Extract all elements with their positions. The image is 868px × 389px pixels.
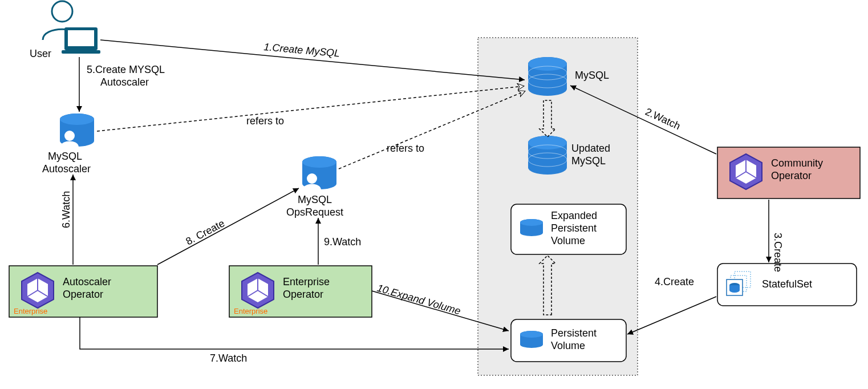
edge-5-label-b: Autoscaler [100, 76, 149, 88]
autoscaler-operator-node: Autoscaler Operator Enterprise [9, 266, 157, 317]
edge-7 [80, 317, 509, 349]
svg-rect-2 [68, 30, 94, 46]
mysql-opsrequest-label-l2: OpsRequest [286, 206, 343, 218]
enterprise-operator-node: Enterprise Operator Enterprise [229, 266, 372, 317]
disk-icon [520, 331, 543, 348]
svg-point-29 [528, 136, 567, 149]
statefulset-node: StatefulSet [717, 264, 857, 306]
edge-refers-1 [97, 86, 524, 131]
statefulset-label: StatefulSet [762, 278, 812, 290]
edge-10-label: 10.Expand Volume [376, 282, 462, 317]
enterprise-tag-1: Enterprise [14, 307, 47, 315]
svg-point-9 [307, 173, 317, 184]
community-operator-label-l2: Operator [771, 170, 812, 181]
svg-point-34 [520, 219, 543, 226]
edge-4-label: 4.Create [655, 276, 694, 287]
svg-point-25 [528, 57, 567, 71]
edge-8-label: 8. Create [184, 217, 226, 247]
expanded-pv-label-l2: Persistent [551, 222, 597, 234]
pv-label-l1: Persistent [551, 327, 597, 339]
updated-mysql-label-l2: MySQL [571, 155, 606, 167]
edge-8 [157, 188, 299, 265]
svg-point-0 [52, 1, 72, 22]
edge-9-label: 9.Watch [324, 236, 361, 248]
mysql-opsrequest-icon [302, 156, 336, 190]
updated-mysql-label-l1: Updated [571, 143, 610, 154]
mysql-opsrequest-label-l1: MySQL [298, 194, 332, 205]
user-icon [43, 1, 100, 54]
enterprise-operator-label-l1: Enterprise [283, 276, 330, 287]
autoscaler-operator-label-l2: Operator [63, 289, 103, 300]
edge-7-label: 7.Watch [210, 352, 247, 364]
mysql-autoscaler-label-l1: MySQL [48, 151, 82, 162]
community-operator-label-l1: Community [771, 157, 823, 169]
edge-5-label-a: 5.Create MYSQL [87, 64, 165, 75]
edge-2-label: 2.Watch [643, 106, 682, 132]
enterprise-tag-2: Enterprise [234, 307, 267, 315]
user-label: User [30, 48, 51, 59]
expanded-pv-label-l1: Expanded [551, 210, 597, 221]
mysql-label: MySQL [575, 70, 609, 81]
edge-4 [627, 297, 716, 334]
edge-refers-2-label: refers to [387, 143, 424, 154]
svg-point-5 [60, 114, 94, 125]
svg-rect-3 [62, 50, 100, 54]
pv-node: Persistent Volume [511, 319, 626, 362]
disk-icon [520, 219, 543, 236]
edge-refers-1-label: refers to [246, 115, 284, 127]
expanded-pv-label-l3: Volume [551, 235, 585, 246]
pv-label-l2: Volume [551, 340, 585, 351]
svg-point-6 [64, 131, 75, 141]
mysql-autoscaler-label-l2: Autoscaler [42, 163, 91, 175]
enterprise-operator-label-l2: Operator [283, 289, 323, 300]
svg-point-8 [302, 156, 336, 168]
edge-3-label: 3.Create [772, 233, 784, 272]
expanded-pv-node: Expanded Persistent Volume [511, 204, 626, 254]
mysql-autoscaler-icon [60, 114, 94, 147]
edge-6-label: 6.Watch [60, 191, 72, 228]
autoscaler-operator-label-l1: Autoscaler [63, 276, 111, 287]
community-operator-node: Community Operator [717, 147, 860, 198]
svg-point-37 [520, 331, 543, 338]
